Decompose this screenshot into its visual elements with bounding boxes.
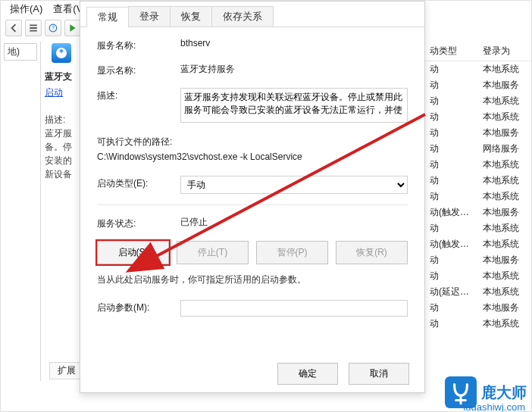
list-row[interactable]: 动本地系统 <box>425 61 531 77</box>
list-row[interactable]: 动本地系统 <box>425 268 531 284</box>
service-properties-dialog: 常规 登录 恢复 依存关系 服务名称: bthserv 显示名称: 蓝牙支持服务… <box>80 1 425 393</box>
list-row[interactable]: 动本地服务 <box>425 77 531 93</box>
watermark-brand: 鹿大师 <box>481 382 527 403</box>
tab-recovery[interactable]: 恢复 <box>170 6 212 27</box>
list-row[interactable]: 动网络服务 <box>425 141 531 157</box>
exe-path-label: 可执行文件的路径: <box>97 136 172 148</box>
services-list: 动类型 登录为 动本地系统动本地服务动本地系统动本地系统动本地服务动网络服务动本… <box>425 42 531 370</box>
list-row[interactable]: 动本地系统 <box>425 157 531 173</box>
list-row[interactable]: 动(延迟…本地系统 <box>425 284 531 300</box>
list-row[interactable]: 动本地系统 <box>425 220 531 236</box>
display-name-label: 显示名称: <box>97 63 180 77</box>
service-desc-left: 描述: 蓝牙服 备。停 安装的 新设备 <box>45 113 78 181</box>
toolbar-back-icon[interactable] <box>5 20 22 36</box>
menu-action[interactable]: 操作(A) <box>8 1 44 17</box>
list-row[interactable]: 动本地系统 <box>425 93 531 109</box>
description-label: 描述: <box>97 88 180 102</box>
services-icon <box>52 43 71 63</box>
exe-path-value: C:\Windows\system32\svchost.exe -k Local… <box>97 151 302 162</box>
service-status-label: 服务状态: <box>97 216 180 230</box>
description-textarea[interactable]: 蓝牙服务支持发现和关联远程蓝牙设备。停止或禁用此服务可能会导致已安装的蓝牙设备无… <box>180 88 408 123</box>
list-row[interactable]: 动本地系统 <box>425 173 531 189</box>
service-status-value: 已停止 <box>180 216 408 229</box>
list-row[interactable]: 动本地服务 <box>425 300 531 316</box>
col-logon-as[interactable]: 登录为 <box>478 42 531 61</box>
startup-type-label: 启动类型(E): <box>97 176 180 190</box>
toolbar-list-icon[interactable] <box>25 20 42 36</box>
start-params-label: 启动参数(M): <box>97 300 180 314</box>
start-params-note: 当从此处启动服务时，你可指定所适用的启动参数。 <box>97 273 408 286</box>
tab-general[interactable]: 常规 <box>86 7 129 27</box>
ok-button[interactable]: 确定 <box>277 363 338 385</box>
pause-button: 暂停(P) <box>256 241 328 264</box>
list-row[interactable]: 动本地系统 <box>425 189 531 204</box>
list-header[interactable]: 动类型 登录为 <box>425 42 531 61</box>
tab-logon[interactable]: 登录 <box>128 6 171 27</box>
startup-type-select[interactable]: 手动 <box>180 176 408 194</box>
list-row[interactable]: 动本地服务 <box>425 252 531 268</box>
display-name-value: 蓝牙支持服务 <box>180 63 408 76</box>
col-startup-type[interactable]: 动类型 <box>425 42 478 61</box>
cancel-button[interactable]: 取消 <box>349 363 409 385</box>
dialog-tabs: 常规 登录 恢复 依存关系 <box>80 2 424 27</box>
list-row[interactable]: 动本地系统 <box>425 109 531 125</box>
list-row[interactable]: 动(触发…本地服务 <box>425 204 531 220</box>
address-field[interactable]: 地) <box>4 43 37 61</box>
stop-button: 停止(T) <box>177 241 249 264</box>
service-control-buttons: 启动(S) 停止(T) 暂停(P) 恢复(R) <box>97 241 408 264</box>
list-row[interactable]: 动本地系统 <box>425 316 531 332</box>
list-row[interactable]: 动(触发…本地系统 <box>425 236 531 252</box>
tab-dependencies[interactable]: 依存关系 <box>211 6 274 27</box>
svg-text:?: ? <box>52 24 55 31</box>
service-name-value: bthserv <box>180 38 408 48</box>
left-pane: 地) <box>1 42 41 381</box>
toolbar-help-icon[interactable]: ? <box>45 20 61 36</box>
toolbar-play-icon[interactable] <box>64 20 81 36</box>
main-menu: 操作(A) 查看(V) <box>8 1 88 17</box>
start-params-input <box>180 300 408 317</box>
start-service-link[interactable]: 启动 <box>45 86 83 99</box>
list-row[interactable]: 动本地服务 <box>425 125 531 141</box>
services-detail-pane: 蓝牙支 启动 描述: 蓝牙服 备。停 安装的 新设备 <box>40 42 83 381</box>
service-name-label: 服务名称: <box>97 38 180 52</box>
resume-button: 恢复(R) <box>336 241 408 264</box>
watermark-url: ludashiwj.com <box>463 401 525 412</box>
service-title: 蓝牙支 <box>45 70 78 83</box>
start-button[interactable]: 启动(S) <box>97 241 169 264</box>
